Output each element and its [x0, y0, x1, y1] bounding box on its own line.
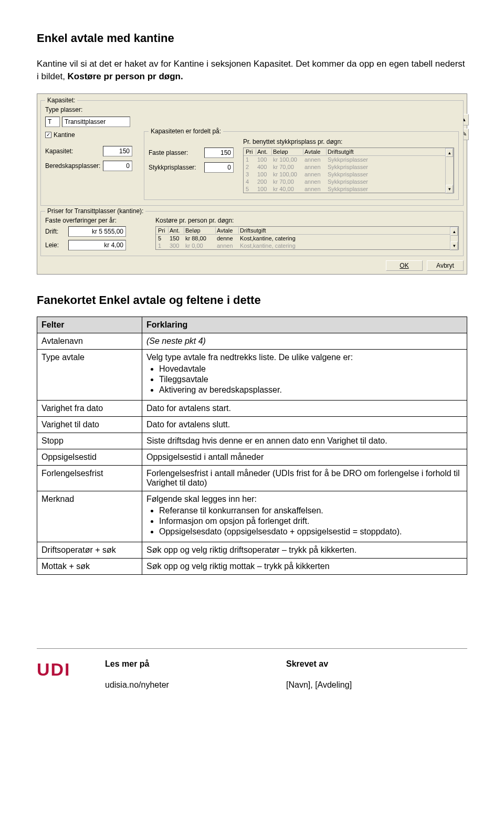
- kost-hdr-drift: Driftsutgift: [239, 227, 457, 234]
- table-row: ForlengelsesfristForlengelsesfrist i ant…: [37, 465, 467, 491]
- pris-hdr-belop: Beløp: [272, 149, 303, 155]
- intro-paragraph: Kantine vil si at det er haket av for Ka…: [37, 58, 467, 83]
- kost-scrollbar[interactable]: ▴ ▾: [450, 227, 458, 250]
- faste-ar-label: Faste overføringer per år:: [45, 217, 149, 224]
- beredskap-value[interactable]: 0: [103, 161, 132, 171]
- kost-hdr-avtale: Avtale: [216, 227, 239, 234]
- pris-row[interactable]: 1100kr 100,00annenSykkprisplasser: [244, 156, 454, 163]
- page-title: Enkel avtale med kantine: [37, 31, 467, 45]
- forklaring-cell: Velg type avtale fra nedtrekks liste. De…: [142, 349, 467, 400]
- screenshot: ▴ ✎ Kapasitet: Type plasser: T Transittp…: [37, 93, 467, 275]
- scroll-up-icon[interactable]: ▴: [446, 149, 453, 157]
- table-row: Varighet til datoDato for avtalens slutt…: [37, 416, 467, 433]
- list-item: Hovedavtale: [159, 364, 463, 374]
- faste-plasser-label: Faste plasser:: [149, 149, 204, 156]
- leie-value[interactable]: kr 4,00: [68, 240, 126, 250]
- forklaring-cell: Dato for avtalens slutt.: [142, 416, 467, 433]
- scroll-down-icon[interactable]: ▾: [450, 241, 458, 250]
- leie-label: Leie:: [45, 241, 68, 249]
- kost-hdr-pri: Pri: [157, 227, 169, 234]
- forklaring-cell: Søk opp og velg riktig mottak – trykk på…: [142, 558, 467, 574]
- list-item: Tileggsavtale: [159, 375, 463, 384]
- pris-scrollbar[interactable]: ▴ ▾: [445, 148, 454, 194]
- felter-cell: Mottak + søk: [37, 558, 142, 574]
- table-row: Mottak + søkSøk opp og velg riktig motta…: [37, 558, 467, 574]
- kost-row[interactable]: 1300kr 0,00annenKost,kantine, catering: [156, 242, 458, 249]
- felter-cell: Varighet fra dato: [37, 400, 142, 416]
- stykkpris-value[interactable]: 0: [204, 162, 234, 173]
- kapasitet-label: Kapasitet:: [45, 148, 103, 155]
- pris-group-title: Pr. benyttet stykkprisplass pr. døgn:: [243, 138, 454, 145]
- felter-cell: Avtalenavn: [37, 333, 142, 349]
- ok-button[interactable]: OK: [386, 260, 423, 271]
- felter-table: Felter Forklaring Avtalenavn(Se neste pk…: [37, 317, 467, 575]
- scroll-down-icon[interactable]: ▾: [446, 185, 453, 193]
- kapasitet-value[interactable]: 150: [103, 146, 132, 156]
- priser-group-title: Priser for Transittplasser (kantine):: [45, 207, 145, 215]
- table-row: OppsigelsestidOppsigelsestid i antall må…: [37, 449, 467, 465]
- felter-cell: Varighet til dato: [37, 416, 142, 433]
- fordelt-group-title: Kapasiteten er fordelt på:: [149, 128, 223, 135]
- list-item: Referanse til konkurransen for anskaffel…: [159, 506, 463, 515]
- table-row: Driftsoperatør + søkSøk opp og velg rikt…: [37, 542, 467, 558]
- pris-row[interactable]: 5100kr 40,00annenSykkprisplasser: [244, 185, 454, 193]
- table-row: Type avtaleVelg type avtale fra nedtrekk…: [37, 349, 467, 400]
- kantine-label: Kantine: [54, 131, 75, 139]
- forklaring-cell: Følgende skal legges inn her:Referanse t…: [142, 491, 467, 542]
- list-item: Aktivering av beredskapsplasser.: [159, 385, 463, 395]
- kost-hdr-belop: Beløp: [184, 227, 216, 234]
- felter-cell: Oppsigelsestid: [37, 449, 142, 465]
- section-heading: Fanekortet Enkel avtale og feltene i det…: [37, 293, 467, 307]
- felter-cell: Driftsoperatør + søk: [37, 542, 142, 558]
- kapasitet-group: Kapasitet: Type plasser: T Transittplass…: [40, 100, 464, 206]
- forklaring-cell: Oppsigelsestid i antall måneder: [142, 449, 467, 465]
- type-plasser-value[interactable]: Transittplasser: [62, 117, 130, 127]
- kost-hdr-ant: Ant.: [169, 227, 184, 234]
- th-forklaring: Forklaring: [142, 317, 467, 333]
- felter-cell: Merknad: [37, 491, 142, 542]
- footer-col1-header: Les mer på: [105, 659, 286, 669]
- avbryt-button[interactable]: Avbryt: [427, 260, 464, 271]
- forklaring-cell: Siste driftsdag hvis denne er en annen d…: [142, 433, 467, 449]
- footer-col2-header: Skrevet av: [286, 659, 467, 669]
- intro-bold: Kostøre pr person pr døgn.: [68, 71, 183, 81]
- forklaring-cell: (Se neste pkt 4): [142, 333, 467, 349]
- pris-row[interactable]: 3100kr 100,00annenSykkprisplasser: [244, 171, 454, 178]
- table-row: MerknadFølgende skal legges inn her:Refe…: [37, 491, 467, 542]
- forklaring-cell: Forlengelsesfrist i antall måneder (UDIs…: [142, 465, 467, 491]
- kapasitet-group-title: Kapasitet:: [45, 97, 77, 104]
- pris-row[interactable]: 2400kr 70,00annenSykkprisplasser: [244, 163, 454, 171]
- footer: UDI Les mer på udisia.no/nyheter Skrevet…: [37, 659, 467, 690]
- kost-row[interactable]: 5150kr 88,00denneKost,kantine, catering: [156, 235, 458, 242]
- drift-value[interactable]: kr 5 555,00: [68, 226, 126, 237]
- footer-col1-value: udisia.no/nyheter: [105, 680, 286, 690]
- kost-group-title: Kostøre pr. person pr. døgn:: [155, 217, 459, 224]
- table-row: Avtalenavn(Se neste pkt 4): [37, 333, 467, 349]
- pris-hdr-pri: Pri: [245, 149, 256, 155]
- felter-cell: Type avtale: [37, 349, 142, 400]
- type-plasser-label: Type plasser:: [45, 106, 91, 113]
- th-felter: Felter: [37, 317, 142, 333]
- felter-cell: Forlengelsesfrist: [37, 465, 142, 491]
- pris-hdr-drift: Driftsutgift: [327, 149, 453, 155]
- udi-logo: UDI: [37, 659, 71, 679]
- drift-label: Drift:: [45, 228, 68, 235]
- footer-col2-value: [Navn], [Avdeling]: [286, 680, 467, 690]
- table-row: Varighet fra datoDato for avtalens start…: [37, 400, 467, 416]
- footer-divider: [37, 648, 467, 649]
- pris-hdr-ant: Ant.: [256, 149, 272, 155]
- pris-hdr-avtale: Avtale: [303, 149, 327, 155]
- beredskap-label: Beredskapsplasser:: [45, 162, 103, 170]
- felter-cell: Stopp: [37, 433, 142, 449]
- type-plasser-code[interactable]: T: [45, 117, 60, 127]
- forklaring-cell: Søk opp og velg riktig driftsoperatør – …: [142, 542, 467, 558]
- list-item: Oppsigelsesdato (oppsigelsesdato + oppsi…: [159, 527, 463, 536]
- faste-plasser-value[interactable]: 150: [204, 148, 234, 158]
- priser-group: Priser for Transittplasser (kantine): Fa…: [40, 211, 464, 256]
- pris-row[interactable]: 4200kr 70,00annenSykkprisplasser: [244, 178, 454, 185]
- scroll-up-icon[interactable]: ▴: [450, 227, 458, 236]
- list-item: Informasjon om opsjon på forlenget drift…: [159, 517, 463, 526]
- kantine-checkbox[interactable]: ✓: [45, 132, 51, 138]
- table-row: StoppSiste driftsdag hvis denne er en an…: [37, 433, 467, 449]
- forklaring-cell: Dato for avtalens start.: [142, 400, 467, 416]
